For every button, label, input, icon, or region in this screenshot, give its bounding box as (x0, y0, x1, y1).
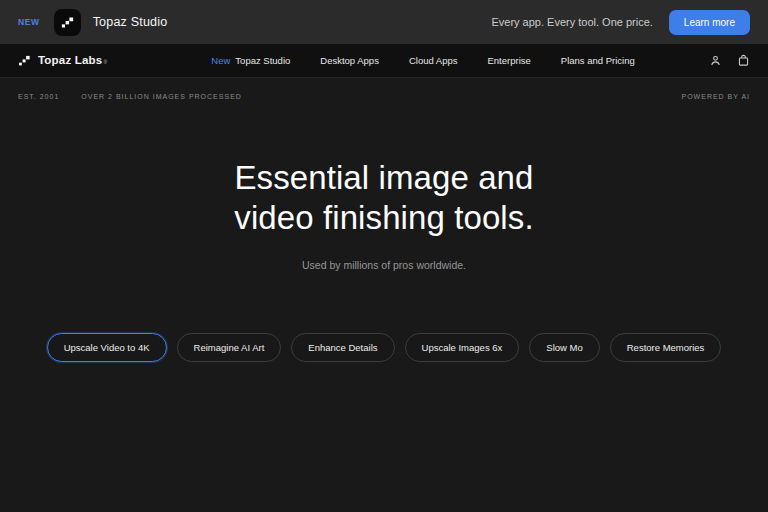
pill-restore-memories[interactable]: Restore Memories (610, 333, 722, 362)
nav-new-badge: New (211, 55, 230, 66)
nav-icons (709, 54, 750, 67)
nav-item-enterprise[interactable]: Enterprise (488, 55, 531, 66)
nav-item-cloud-apps[interactable]: Cloud Apps (409, 55, 458, 66)
nav-item-topaz-studio[interactable]: NewTopaz Studio (211, 55, 290, 66)
pill-upscale-images-6x[interactable]: Upscale Images 6x (405, 333, 520, 362)
pill-enhance-details[interactable]: Enhance Details (291, 333, 394, 362)
established-label: EST. 2001 (18, 93, 59, 100)
images-processed-label: OVER 2 BILLION IMAGES PROCESSED (81, 93, 242, 100)
nav-item-desktop-apps[interactable]: Desktop Apps (320, 55, 379, 66)
powered-by-ai-label: POWERED BY AI (682, 93, 751, 100)
hero-section: Essential image and video finishing tool… (0, 158, 768, 271)
nav-menu: NewTopaz Studio Desktop Apps Cloud Apps … (181, 55, 634, 66)
shopping-bag-icon[interactable] (737, 54, 750, 67)
brand-name: Topaz Labs (38, 54, 102, 66)
nav-item-label: Topaz Studio (235, 55, 290, 66)
pill-reimagine-ai-art[interactable]: Reimagine AI Art (177, 333, 282, 362)
page-title-line2: video finishing tools. (234, 199, 533, 236)
nav-item-plans-and-pricing[interactable]: Plans and Pricing (561, 55, 635, 66)
registered-mark: ® (103, 59, 107, 65)
learn-more-button[interactable]: Learn more (669, 10, 750, 35)
feature-pills: Upscale Video to 4K Reimagine AI Art Enh… (0, 333, 768, 362)
hero-subtitle: Used by millions of pros worldwide. (0, 259, 768, 271)
account-icon[interactable] (709, 54, 722, 67)
banner-app-name: Topaz Studio (93, 15, 168, 29)
stats-strip: EST. 2001 OVER 2 BILLION IMAGES PROCESSE… (0, 93, 768, 100)
banner-tagline: Every app. Every tool. One price. (491, 16, 652, 28)
main-nav: Topaz Labs ® NewTopaz Studio Desktop App… (0, 44, 768, 78)
promo-banner: NEW Topaz Studio Every app. Every tool. … (0, 0, 768, 44)
new-badge: NEW (18, 17, 40, 27)
brand-logo[interactable]: Topaz Labs ® (18, 54, 107, 67)
topaz-studio-app-icon (54, 9, 81, 36)
page-title-line1: Essential image and (234, 159, 533, 196)
topaz-labs-logo-icon (18, 54, 31, 67)
pill-slow-mo[interactable]: Slow Mo (529, 333, 599, 362)
page-title: Essential image and video finishing tool… (0, 158, 768, 238)
topaz-logo-mark-icon (60, 15, 75, 30)
pill-upscale-video-to-4k[interactable]: Upscale Video to 4K (47, 333, 167, 362)
